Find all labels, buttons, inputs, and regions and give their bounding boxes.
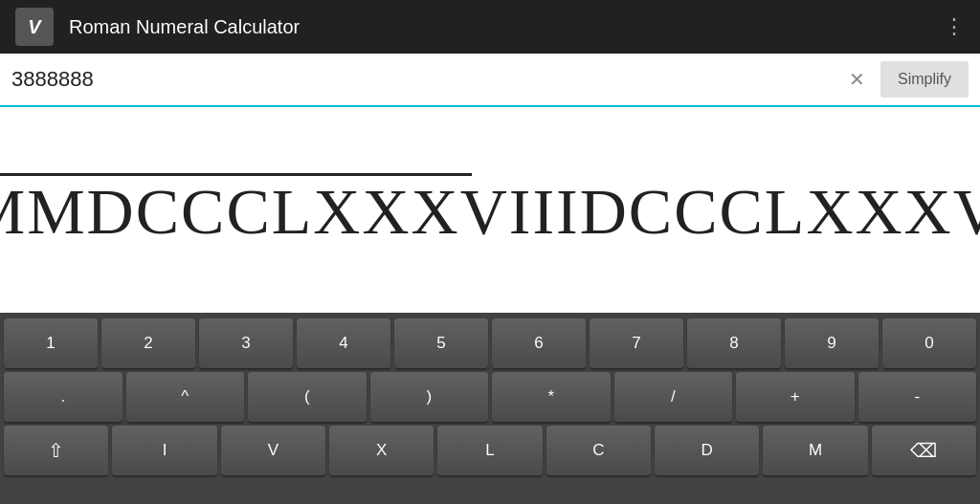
header-left: V Roman Numeral Calculator xyxy=(15,8,300,46)
key-M[interactable]: M xyxy=(763,426,867,475)
key-2[interactable]: 2 xyxy=(101,318,195,368)
key-5[interactable]: 5 xyxy=(394,318,488,368)
app-header: V Roman Numeral Calculator ⋮ xyxy=(0,0,980,54)
key-I[interactable]: I xyxy=(112,426,216,475)
key-divide[interactable]: / xyxy=(614,372,733,422)
key-0[interactable]: 0 xyxy=(882,318,976,368)
key-L[interactable]: L xyxy=(437,426,542,475)
roman-numeral-text: MMMDCCCLXXXVIIIDCCCLXXXVIII xyxy=(0,176,980,248)
roman-display: MMMDCCCLXXXVIIIDCCCLXXXVIII xyxy=(0,173,980,248)
backspace-key[interactable]: ⌫ xyxy=(872,426,976,475)
key-lparen[interactable]: ( xyxy=(248,372,367,422)
keyboard: 1 2 3 4 5 6 7 8 9 0 . ^ ( ) * / + - ⇧ I … xyxy=(0,313,980,504)
simplify-button[interactable]: Simplify xyxy=(880,61,969,98)
key-V[interactable]: V xyxy=(221,426,325,475)
input-row: ✕ Simplify xyxy=(0,54,980,107)
app-icon: V xyxy=(15,8,54,46)
key-multiply[interactable]: * xyxy=(492,372,611,422)
key-C[interactable]: C xyxy=(546,426,651,475)
app-title: Roman Numeral Calculator xyxy=(69,16,300,38)
keyboard-row-digits: 1 2 3 4 5 6 7 8 9 0 xyxy=(4,318,976,368)
keyboard-row-roman: ⇧ I V X L C D M ⌫ xyxy=(4,426,976,475)
key-plus[interactable]: + xyxy=(736,372,855,422)
key-rparen[interactable]: ) xyxy=(370,372,489,422)
key-4[interactable]: 4 xyxy=(297,318,390,368)
key-dot[interactable]: . xyxy=(4,372,122,422)
key-6[interactable]: 6 xyxy=(492,318,586,368)
key-caret[interactable]: ^ xyxy=(126,372,245,422)
key-8[interactable]: 8 xyxy=(687,318,781,368)
menu-icon[interactable]: ⋮ xyxy=(944,14,965,39)
number-input[interactable] xyxy=(11,67,841,92)
shift-key[interactable]: ⇧ xyxy=(4,426,108,475)
key-D[interactable]: D xyxy=(655,426,759,475)
key-7[interactable]: 7 xyxy=(590,318,683,368)
key-9[interactable]: 9 xyxy=(785,318,879,368)
key-X[interactable]: X xyxy=(329,426,434,475)
clear-button[interactable]: ✕ xyxy=(841,64,873,95)
key-3[interactable]: 3 xyxy=(199,318,293,368)
keyboard-row-operators: . ^ ( ) * / + - xyxy=(4,372,976,422)
key-1[interactable]: 1 xyxy=(4,318,98,368)
result-area: MMMDCCCLXXXVIIIDCCCLXXXVIII xyxy=(0,107,980,313)
key-minus[interactable]: - xyxy=(858,372,977,422)
